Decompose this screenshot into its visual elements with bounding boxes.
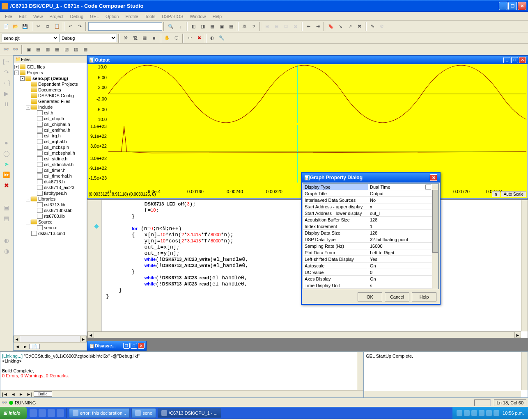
- property-row[interactable]: Sampling Rate (Hz)16000: [303, 243, 438, 249]
- tree-item[interactable]: csl_mcbsp.h: [32, 144, 86, 150]
- tray-icon[interactable]: [494, 410, 499, 416]
- ql-ie-icon[interactable]: [30, 409, 37, 417]
- watch-icon[interactable]: ▣: [3, 204, 10, 211]
- tb-icon-7[interactable]: ⊟: [272, 22, 281, 31]
- menu-tools[interactable]: Tools: [142, 13, 159, 20]
- menu-project[interactable]: Project: [46, 13, 67, 20]
- config-combo[interactable]: Debug: [60, 34, 117, 42]
- dialog-close-button[interactable]: ✕: [430, 174, 437, 181]
- build-tab[interactable]: Build: [34, 391, 52, 397]
- system-tray[interactable]: 10:56 p.m.: [452, 407, 528, 419]
- stop-build-icon[interactable]: ■: [149, 34, 158, 43]
- gutter-icon-2[interactable]: ◯: [3, 150, 10, 157]
- tb-icon-3[interactable]: ▦: [208, 22, 217, 31]
- gel-hscroll[interactable]: [364, 391, 521, 397]
- new-icon[interactable]: 📄: [2, 22, 11, 31]
- tree-item[interactable]: csl_chip.h: [32, 116, 86, 121]
- toggle-bp-icon[interactable]: ●: [3, 139, 10, 146]
- tree-item[interactable]: csl_irq.h: [32, 133, 86, 139]
- breakpoint-marker-icon[interactable]: [94, 224, 99, 228]
- tray-icon[interactable]: [486, 410, 492, 416]
- glasses2-icon[interactable]: 👓: [11, 45, 20, 54]
- file-tabbar[interactable]: ◄► 📄: [14, 342, 87, 350]
- misc-icon[interactable]: ◐: [3, 237, 10, 244]
- view7-icon[interactable]: ▩: [81, 45, 90, 54]
- property-row[interactable]: Display Data Size128: [303, 230, 438, 236]
- property-row[interactable]: Interleaved Data SourcesNo: [303, 197, 438, 203]
- tree-item[interactable]: csl_stdinc.h: [32, 156, 86, 162]
- find-next-icon[interactable]: ↓: [176, 22, 185, 31]
- property-row[interactable]: Acquisition Buffer Size128: [303, 217, 438, 223]
- graph-autoscale-button[interactable]: Auto Scale: [501, 191, 526, 197]
- menu-window[interactable]: Window: [186, 13, 209, 20]
- disasm-close-button[interactable]: ✕: [138, 343, 145, 349]
- property-row[interactable]: Graph TitleOutput: [303, 190, 438, 197]
- print-icon[interactable]: 🖶: [240, 22, 249, 31]
- minimize-button[interactable]: _: [499, 2, 507, 10]
- rebuild-icon[interactable]: 🏗: [131, 34, 140, 43]
- paste-icon[interactable]: 📋: [53, 22, 62, 31]
- tool-icon-2[interactable]: ⚙: [377, 22, 386, 31]
- indent-right-icon[interactable]: ⇥: [313, 22, 322, 31]
- open-icon[interactable]: 📂: [11, 22, 20, 31]
- gel-output-panel[interactable]: GEL StartUp Complete.: [364, 352, 528, 398]
- tree-item[interactable]: -Projects: [14, 70, 86, 75]
- tree-item[interactable]: csl_mcbsphal.h: [32, 150, 86, 156]
- tree-item[interactable]: -Libraries: [26, 196, 86, 202]
- property-row[interactable]: Left-shifted Data DisplayYes: [303, 256, 438, 262]
- property-grid[interactable]: Display TypeDual Time...Graph TitleOutpu…: [303, 183, 439, 289]
- build-icon[interactable]: ⚒: [121, 34, 130, 43]
- property-row[interactable]: AutoscaleOn: [303, 262, 438, 269]
- tree-item[interactable]: Dependent Projects: [26, 81, 86, 87]
- step-out-icon[interactable]: ←}: [3, 79, 10, 87]
- step-into-icon[interactable]: {→: [3, 58, 10, 65]
- build-all-icon[interactable]: ▦: [140, 34, 149, 43]
- close-button[interactable]: ✕: [518, 2, 526, 10]
- save-icon[interactable]: 💾: [21, 22, 30, 31]
- file-tree[interactable]: +GEL files-Projects-seno.pjt (Debug)Depe…: [14, 63, 87, 336]
- menu-profile[interactable]: Profile: [122, 13, 141, 20]
- tree-item[interactable]: dsk6713bsl.lib: [32, 208, 86, 213]
- menu-gel[interactable]: GEL: [87, 13, 102, 20]
- search-input[interactable]: [88, 22, 162, 31]
- tree-item[interactable]: tistdtypes.h: [32, 190, 86, 196]
- halt2-icon[interactable]: ✖: [3, 182, 10, 189]
- view4-icon[interactable]: ▦: [53, 45, 62, 54]
- output-max-button[interactable]: □: [511, 57, 518, 63]
- property-row[interactable]: Index Increment1: [303, 223, 438, 230]
- run-to-icon[interactable]: ➤: [3, 160, 10, 168]
- menu-view[interactable]: View: [30, 13, 46, 20]
- probe-icon[interactable]: ⬡: [172, 34, 181, 43]
- tb-icon-8[interactable]: ⊡: [281, 22, 290, 31]
- graph-n-button[interactable]: n: [492, 191, 500, 197]
- taskbar-button[interactable]: seno: [131, 408, 156, 418]
- step-over-icon[interactable]: ↷: [3, 68, 10, 76]
- menu-dsp-bios[interactable]: DSP/BIOS: [158, 13, 186, 20]
- wrench-icon[interactable]: 🔧: [217, 34, 226, 43]
- misc2-icon[interactable]: ◑: [3, 247, 10, 255]
- code-gutter[interactable]: [87, 200, 102, 331]
- project-combo[interactable]: seno.pjt: [2, 34, 59, 42]
- property-row[interactable]: Display TypeDual Time...: [303, 184, 438, 190]
- property-row[interactable]: Time Display Units: [303, 282, 438, 289]
- output-min-button[interactable]: _: [503, 57, 510, 63]
- disasm-restore-button[interactable]: ❐: [123, 343, 130, 349]
- tree-item[interactable]: dsk6713_aic23: [32, 185, 86, 190]
- dialog-ok-button[interactable]: OK: [358, 292, 382, 301]
- indent-left-icon[interactable]: ⇤: [304, 22, 313, 31]
- tb-icon-4[interactable]: ▣: [217, 22, 226, 31]
- view5-icon[interactable]: ▧: [62, 45, 71, 54]
- redo-icon[interactable]: ↷: [75, 22, 84, 31]
- tray-icon[interactable]: [464, 410, 470, 416]
- start-button[interactable]: ⊞Inicio: [0, 407, 27, 419]
- ql-mail-icon[interactable]: [39, 409, 46, 417]
- tree-item[interactable]: dsk6713.h: [32, 179, 86, 185]
- tree-item[interactable]: csl6713.lib: [32, 202, 86, 208]
- tree-item[interactable]: csl_irqhal.h: [32, 139, 86, 144]
- tree-item[interactable]: csl_chiphal.h: [32, 121, 86, 127]
- undo-icon[interactable]: ↶: [66, 22, 75, 31]
- tree-item[interactable]: rts6700.lib: [32, 213, 86, 219]
- tree-item[interactable]: Documents: [26, 87, 86, 93]
- view1-icon[interactable]: ▣: [24, 45, 33, 54]
- build-output-panel[interactable]: [Linking...] "C:\CCStudio_v3.1\C6000\cgt…: [0, 352, 364, 398]
